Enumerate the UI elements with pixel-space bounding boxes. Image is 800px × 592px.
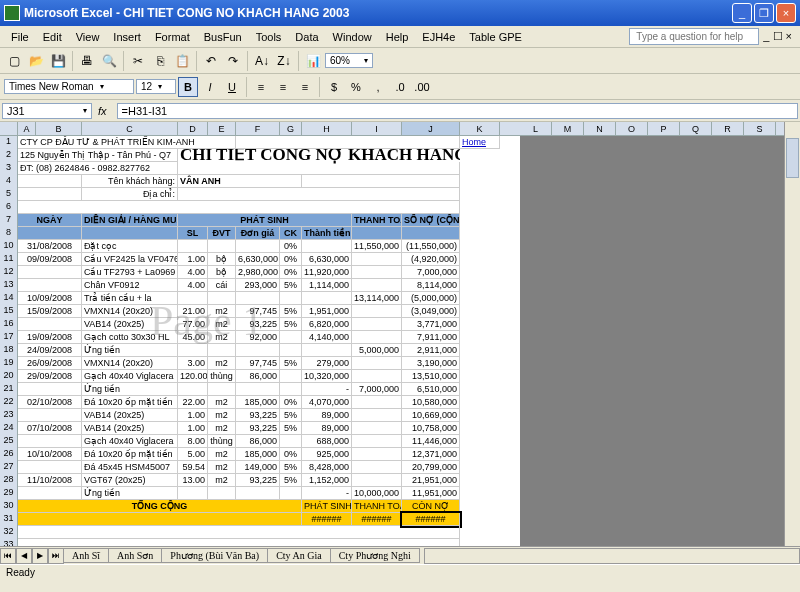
menu-edit[interactable]: Edit [36, 29, 69, 45]
increase-decimal-icon[interactable]: .0 [390, 77, 410, 97]
italic-button[interactable]: I [200, 77, 220, 97]
sort-desc-icon[interactable]: Z↓ [274, 51, 294, 71]
save-icon[interactable]: 💾 [48, 51, 68, 71]
font-name-combo[interactable]: Times New Roman▾ [4, 79, 134, 94]
column-headers[interactable]: A B C D E F G H I J K [0, 122, 520, 136]
sheet-tabs-bar: ⏮ ◀ ▶ ⏭ Anh Sĩ Anh Sơn Phương (Bùi Văn B… [0, 546, 800, 564]
menu-tablegpe[interactable]: Table GPE [462, 29, 529, 45]
menu-ejh4e[interactable]: EJH4e [415, 29, 462, 45]
sheet-tab[interactable]: Cty An Gia [267, 548, 331, 563]
menu-help[interactable]: Help [379, 29, 416, 45]
fx-icon[interactable]: fx [98, 105, 107, 117]
vertical-scrollbar[interactable] [784, 122, 800, 546]
copy-icon[interactable]: ⎘ [150, 51, 170, 71]
sheet-tab[interactable]: Anh Sơn [108, 548, 162, 563]
comma-icon[interactable]: , [368, 77, 388, 97]
excel-icon [4, 5, 20, 21]
tab-first-icon[interactable]: ⏮ [0, 548, 16, 564]
align-right-icon[interactable]: ≡ [295, 77, 315, 97]
menu-format[interactable]: Format [148, 29, 197, 45]
undo-icon[interactable]: ↶ [201, 51, 221, 71]
menu-tools[interactable]: Tools [249, 29, 289, 45]
decrease-decimal-icon[interactable]: .00 [412, 77, 432, 97]
align-center-icon[interactable]: ≡ [273, 77, 293, 97]
preview-icon[interactable]: 🔍 [99, 51, 119, 71]
tab-last-icon[interactable]: ⏭ [48, 548, 64, 564]
maximize-button[interactable]: ❐ [754, 3, 774, 23]
paste-icon[interactable]: 📋 [172, 51, 192, 71]
worksheet-area: A B C D E F G H I J K 1CTY CP ĐẦU TƯ & P… [0, 122, 800, 546]
print-icon[interactable]: 🖶 [77, 51, 97, 71]
menu-view[interactable]: View [69, 29, 107, 45]
status-bar: Ready [0, 564, 800, 582]
sheet-pane[interactable]: A B C D E F G H I J K 1CTY CP ĐẦU TƯ & P… [0, 122, 520, 546]
empty-gray-area: LM NO PQ RS [520, 122, 800, 546]
menu-busfun[interactable]: BusFun [197, 29, 249, 45]
chart-icon[interactable]: 📊 [303, 51, 323, 71]
titlebar: Microsoft Excel - CHI TIET CONG NO KHACH… [0, 0, 800, 26]
open-icon[interactable]: 📂 [26, 51, 46, 71]
menu-window[interactable]: Window [326, 29, 379, 45]
new-icon[interactable]: ▢ [4, 51, 24, 71]
redo-icon[interactable]: ↷ [223, 51, 243, 71]
horizontal-scrollbar[interactable] [424, 548, 800, 564]
cut-icon[interactable]: ✂ [128, 51, 148, 71]
name-box[interactable]: J31▾ [2, 103, 92, 119]
currency-icon[interactable]: $ [324, 77, 344, 97]
font-size-combo[interactable]: 12▾ [136, 79, 176, 94]
standard-toolbar: ▢ 📂 💾 🖶 🔍 ✂ ⎘ 📋 ↶ ↷ A↓ Z↓ 📊 60%▾ [0, 48, 800, 74]
menu-file[interactable]: File [4, 29, 36, 45]
formula-input[interactable]: =H31-I31 [117, 103, 798, 119]
menubar: File Edit View Insert Format BusFun Tool… [0, 26, 800, 48]
close-button[interactable]: × [776, 3, 796, 23]
sheet-tab[interactable]: Anh Sĩ [63, 548, 109, 563]
sort-asc-icon[interactable]: A↓ [252, 51, 272, 71]
bold-button[interactable]: B [178, 77, 198, 97]
menu-insert[interactable]: Insert [106, 29, 148, 45]
menu-data[interactable]: Data [288, 29, 325, 45]
formula-bar: J31▾ fx =H31-I31 [0, 100, 800, 122]
tab-prev-icon[interactable]: ◀ [16, 548, 32, 564]
formatting-toolbar: Times New Roman▾ 12▾ B I U ≡ ≡ ≡ $ % , .… [0, 74, 800, 100]
help-search[interactable] [629, 28, 759, 45]
underline-button[interactable]: U [222, 77, 242, 97]
minimize-button[interactable]: _ [732, 3, 752, 23]
window-title: Microsoft Excel - CHI TIET CONG NO KHACH… [24, 6, 730, 20]
tab-next-icon[interactable]: ▶ [32, 548, 48, 564]
percent-icon[interactable]: % [346, 77, 366, 97]
sheet-tab[interactable]: Cty Phương Nghi [330, 548, 420, 563]
zoom-combo[interactable]: 60%▾ [325, 53, 373, 68]
sheet-tab[interactable]: Phương (Bùi Văn Ba) [161, 548, 268, 563]
align-left-icon[interactable]: ≡ [251, 77, 271, 97]
